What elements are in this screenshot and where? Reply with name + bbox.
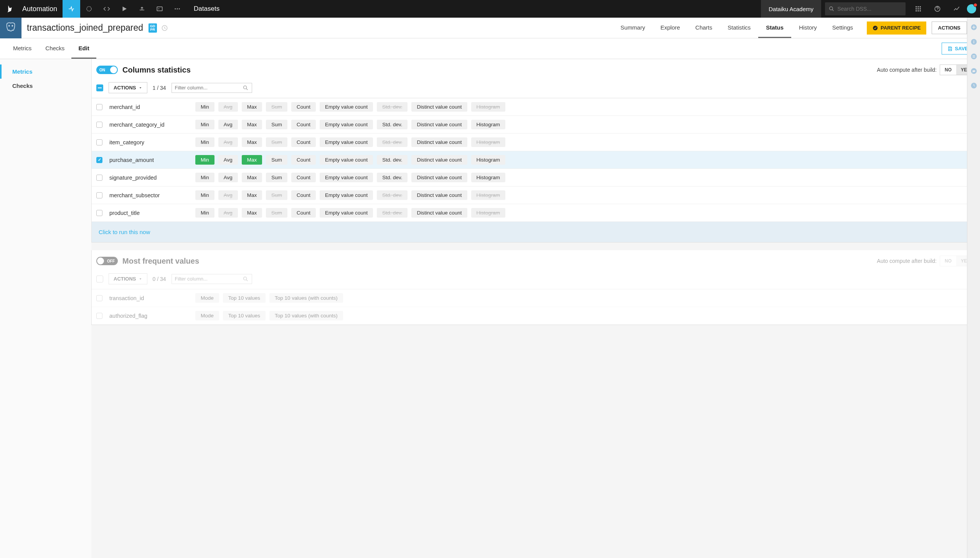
stat-pill[interactable]: Min [195, 173, 214, 182]
stat-pill[interactable]: Top 10 values [223, 311, 266, 320]
apps-icon[interactable] [909, 0, 927, 18]
stat-pill[interactable]: Sum [266, 137, 287, 147]
activity-icon[interactable] [948, 0, 965, 18]
stat-pill[interactable]: Empty value count [320, 102, 373, 112]
column-checkbox[interactable] [96, 175, 102, 181]
search-box[interactable] [825, 2, 906, 15]
toggle-columns-stats[interactable]: ON [96, 66, 118, 74]
sidebar-item-checks[interactable]: Checks [0, 79, 91, 93]
column-checkbox[interactable] [96, 104, 102, 110]
stat-pill[interactable]: Max [242, 120, 262, 129]
stat-pill[interactable]: Empty value count [320, 173, 373, 182]
stat-pill[interactable]: Std. dev. [377, 173, 408, 182]
tab-statistics[interactable]: Statistics [720, 18, 758, 38]
project-name[interactable]: Automation [21, 5, 63, 13]
stat-pill[interactable]: Empty value count [320, 137, 373, 147]
stat-pill[interactable]: Distinct value count [411, 120, 467, 129]
stat-pill[interactable]: Max [242, 173, 262, 182]
stat-pill[interactable]: Empty value count [320, 155, 373, 165]
stat-pill[interactable]: Max [242, 137, 262, 147]
stat-pill[interactable]: Count [291, 173, 316, 182]
subnav-edit[interactable]: Edit [71, 38, 96, 59]
circle-icon[interactable] [80, 0, 98, 18]
stat-pill[interactable]: Histogram [471, 173, 506, 182]
stat-pill[interactable]: Max [242, 102, 262, 112]
stat-pill[interactable]: Avg [218, 173, 238, 182]
stat-pill[interactable]: Avg [218, 208, 238, 218]
stat-pill[interactable]: Distinct value count [411, 173, 467, 182]
stat-pill[interactable]: Sum [266, 173, 287, 182]
stat-pill[interactable]: Min [195, 155, 214, 165]
stat-pill[interactable]: Std. dev. [377, 120, 408, 129]
stat-pill[interactable]: Histogram [471, 137, 506, 147]
help-icon[interactable] [929, 0, 946, 18]
subnav-metrics[interactable]: Metrics [6, 38, 38, 59]
subnav-checks[interactable]: Checks [38, 38, 71, 59]
play-icon[interactable] [115, 0, 133, 18]
toggle-most-frequent[interactable]: OFF [96, 257, 118, 265]
stat-pill[interactable]: Sum [266, 208, 287, 218]
stat-pill[interactable]: Min [195, 137, 214, 147]
sidebar-item-metrics[interactable]: Metrics [0, 64, 91, 79]
stat-pill[interactable]: Min [195, 120, 214, 129]
column-checkbox[interactable] [96, 210, 102, 216]
filter-column-input[interactable] [175, 85, 243, 91]
tab-history[interactable]: History [791, 18, 825, 38]
rail-history-icon[interactable] [970, 81, 978, 90]
stat-pill[interactable]: Max [242, 155, 262, 165]
search-input[interactable] [837, 6, 902, 12]
column-checkbox[interactable] [96, 192, 102, 198]
tab-explore[interactable]: Explore [653, 18, 688, 38]
user-avatar[interactable] [967, 4, 976, 13]
stat-pill[interactable]: Count [291, 120, 316, 129]
stat-pill[interactable]: Histogram [471, 155, 506, 165]
stat-pill[interactable]: Avg [218, 102, 238, 112]
column-checkbox[interactable] [96, 313, 102, 319]
column-checkbox[interactable] [96, 122, 102, 128]
refresh-icon[interactable] [161, 24, 168, 32]
stat-pill[interactable]: Std. dev. [377, 190, 408, 200]
stat-pill[interactable]: Min [195, 102, 214, 112]
filter-column-box-freq[interactable] [172, 274, 252, 284]
stat-pill[interactable]: Top 10 values (with counts) [269, 311, 343, 320]
filter-column-box[interactable] [172, 83, 252, 93]
stat-pill[interactable]: Avg [218, 120, 238, 129]
stat-pill[interactable]: Count [291, 190, 316, 200]
column-checkbox[interactable] [96, 295, 102, 301]
stat-pill[interactable]: Mode [195, 311, 219, 320]
stat-pill[interactable]: Count [291, 208, 316, 218]
nav-datasets[interactable]: Datasets [186, 0, 227, 18]
deploy-icon[interactable] [133, 0, 151, 18]
stat-pill[interactable]: Count [291, 155, 316, 165]
stat-pill[interactable]: Avg [218, 190, 238, 200]
column-checkbox[interactable] [96, 157, 102, 163]
stat-pill[interactable]: Distinct value count [411, 102, 467, 112]
tab-charts[interactable]: Charts [688, 18, 720, 38]
stat-pill[interactable]: Avg [218, 155, 238, 165]
parent-recipe-button[interactable]: PARENT RECIPE [867, 21, 926, 35]
stat-pill[interactable]: Avg [218, 137, 238, 147]
stat-pill[interactable]: Sum [266, 190, 287, 200]
rail-add-icon[interactable] [970, 23, 978, 31]
stat-pill[interactable]: Min [195, 208, 214, 218]
academy-link[interactable]: Dataiku Academy [761, 0, 821, 18]
select-all-checkbox[interactable] [96, 84, 103, 91]
actions-dropdown[interactable]: ACTIONS [109, 82, 147, 93]
tab-status[interactable]: Status [758, 18, 791, 38]
stat-pill[interactable]: Sum [266, 120, 287, 129]
stat-pill[interactable]: Std. dev. [377, 208, 408, 218]
stat-pill[interactable]: Std. dev. [377, 102, 408, 112]
more-icon[interactable] [168, 0, 186, 18]
dashboard-icon[interactable] [151, 0, 168, 18]
column-checkbox[interactable] [96, 139, 102, 145]
tab-settings[interactable]: Settings [825, 18, 861, 38]
stat-pill[interactable]: Histogram [471, 102, 506, 112]
run-now-link[interactable]: Click to run this now [99, 229, 150, 235]
stat-pill[interactable]: Histogram [471, 190, 506, 200]
stat-pill[interactable]: Max [242, 208, 262, 218]
stat-pill[interactable]: Empty value count [320, 208, 373, 218]
actions-dropdown-freq[interactable]: ACTIONS [109, 273, 147, 284]
stat-pill[interactable]: Distinct value count [411, 137, 467, 147]
stat-pill[interactable]: Histogram [471, 120, 506, 129]
stat-pill[interactable]: Count [291, 102, 316, 112]
